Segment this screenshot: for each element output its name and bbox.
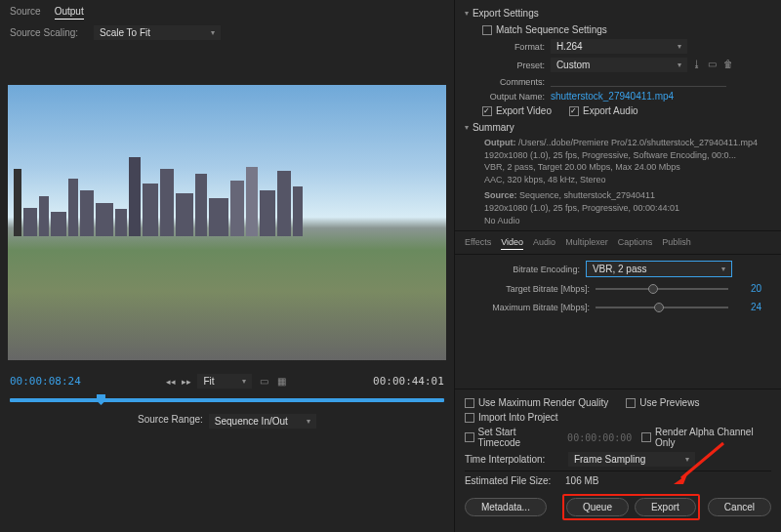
render-alpha-label: Render Alpha Channel Only xyxy=(655,427,771,448)
comments-input[interactable] xyxy=(551,76,726,87)
export-video-label: Export Video xyxy=(496,105,552,116)
subtab-publish[interactable]: Publish xyxy=(662,235,691,250)
match-sequence-label: Match Sequence Settings xyxy=(496,24,607,35)
checkbox-icon xyxy=(482,25,492,35)
checkbox-icon xyxy=(465,413,474,423)
annotation-highlight: Queue Export xyxy=(562,494,700,520)
current-timecode[interactable]: 00:00:08:24 xyxy=(10,375,81,388)
time-interp-value: Frame Sampling xyxy=(574,454,645,465)
preset-value: Custom xyxy=(556,60,590,70)
checkbox-icon xyxy=(465,398,474,408)
source-range-label: Source Range: xyxy=(138,414,203,429)
source-range-value: Sequence In/Out xyxy=(215,416,288,427)
source-scaling-value: Scale To Fit xyxy=(100,27,150,38)
format-dropdown[interactable]: H.264 ▾ xyxy=(551,39,687,54)
max-render-quality-checkbox[interactable]: Use Maximum Render Quality xyxy=(465,397,608,408)
import-preset-icon[interactable]: ▭ xyxy=(707,58,719,69)
max-bitrate-value[interactable]: 24 xyxy=(734,302,761,312)
slider-thumb[interactable] xyxy=(648,284,658,294)
export-settings-title: Export Settings xyxy=(473,8,539,19)
preset-label: Preset: xyxy=(465,61,545,70)
prev-frame-icon[interactable]: ◂◂ xyxy=(166,377,176,387)
queue-button[interactable]: Queue xyxy=(566,498,629,516)
max-bitrate-slider[interactable] xyxy=(596,307,728,308)
subtab-captions[interactable]: Captions xyxy=(618,235,653,250)
output-name-link[interactable]: shutterstock_27940411.mp4 xyxy=(551,91,674,102)
chevron-down-icon: ▾ xyxy=(211,28,215,37)
target-bitrate-value[interactable]: 20 xyxy=(734,283,761,294)
chevron-down-icon: ▾ xyxy=(465,123,469,132)
chevron-down-icon: ▾ xyxy=(678,61,681,69)
import-into-project-label: Import Into Project xyxy=(478,412,558,423)
source-range-dropdown[interactable]: Sequence In/Out ▾ xyxy=(209,414,316,429)
max-render-quality-label: Use Maximum Render Quality xyxy=(478,397,608,408)
export-audio-checkbox[interactable]: Export Audio xyxy=(569,105,638,116)
checkbox-icon xyxy=(641,432,651,442)
next-frame-icon[interactable]: ▸▸ xyxy=(182,377,191,387)
use-previews-label: Use Previews xyxy=(639,397,699,408)
export-settings-header[interactable]: ▾ Export Settings xyxy=(465,4,771,22)
save-preset-icon[interactable]: ⭳ xyxy=(691,58,703,69)
summary-title: Summary xyxy=(473,122,514,133)
import-into-project-checkbox[interactable]: Import Into Project xyxy=(465,412,558,423)
preset-dropdown[interactable]: Custom ▾ xyxy=(551,58,687,72)
checkbox-icon xyxy=(482,106,492,116)
source-scaling-dropdown[interactable]: Scale To Fit ▾ xyxy=(94,25,221,40)
duration-timecode: 00:00:44:01 xyxy=(373,375,444,388)
set-start-tc-label: Set Start Timecode xyxy=(478,427,558,448)
subtab-audio[interactable]: Audio xyxy=(533,235,555,250)
checkbox-icon xyxy=(626,398,636,408)
est-filesize-value: 106 MB xyxy=(565,475,598,486)
summary-source: Source: Sequence, shutterstock_27940411 … xyxy=(465,189,771,226)
match-sequence-checkbox[interactable]: Match Sequence Settings xyxy=(482,24,607,35)
subtab-effects[interactable]: Effects xyxy=(465,235,491,250)
cancel-button[interactable]: Cancel xyxy=(708,498,771,516)
bitrate-encoding-dropdown[interactable]: VBR, 2 pass ▾ xyxy=(586,261,732,277)
subtab-video[interactable]: Video xyxy=(501,235,523,250)
export-audio-label: Export Audio xyxy=(583,105,638,116)
target-bitrate-label: Target Bitrate [Mbps]: xyxy=(474,284,590,294)
start-timecode-value[interactable]: 00:00:00:00 xyxy=(567,432,632,443)
time-interp-dropdown[interactable]: Frame Sampling ▾ xyxy=(568,452,695,467)
safe-margins-icon[interactable]: ▦ xyxy=(275,376,287,388)
source-scaling-label: Source Scaling: xyxy=(10,27,88,38)
summary-header[interactable]: ▾ Summary xyxy=(465,118,771,137)
set-start-timecode-checkbox[interactable]: Set Start Timecode xyxy=(465,427,557,448)
subtab-multiplexer[interactable]: Multiplexer xyxy=(565,235,608,250)
chevron-down-icon: ▾ xyxy=(307,417,310,426)
chevron-down-icon: ▾ xyxy=(685,455,689,464)
chevron-down-icon: ▾ xyxy=(242,377,246,386)
format-value: H.264 xyxy=(556,41,583,52)
bitrate-encoding-label: Bitrate Encoding: xyxy=(465,265,580,274)
chevron-down-icon: ▾ xyxy=(678,42,681,51)
fit-label: Fit xyxy=(203,376,214,387)
tab-source[interactable]: Source xyxy=(10,4,41,20)
output-name-label: Output Name: xyxy=(465,92,545,102)
target-bitrate-slider[interactable] xyxy=(596,288,728,290)
metadata-button[interactable]: Metadata... xyxy=(465,498,547,516)
comments-label: Comments: xyxy=(465,77,545,87)
bitrate-encoding-value: VBR, 2 pass xyxy=(593,264,647,274)
use-previews-checkbox[interactable]: Use Previews xyxy=(626,397,699,408)
slider-thumb[interactable] xyxy=(654,303,664,312)
chevron-down-icon: ▾ xyxy=(465,9,469,18)
est-filesize-label: Estimated File Size: xyxy=(465,475,551,486)
timeline-scrubber[interactable] xyxy=(10,398,444,402)
aspect-ratio-icon[interactable]: ▭ xyxy=(258,376,269,388)
export-video-checkbox[interactable]: Export Video xyxy=(482,105,552,116)
checkbox-icon xyxy=(465,432,474,442)
format-label: Format: xyxy=(465,42,545,52)
chevron-down-icon: ▾ xyxy=(721,265,725,273)
render-alpha-checkbox[interactable]: Render Alpha Channel Only xyxy=(641,427,771,448)
checkbox-icon xyxy=(569,106,579,116)
max-bitrate-label: Maximum Bitrate [Mbps]: xyxy=(474,303,590,312)
playhead[interactable] xyxy=(97,394,105,405)
video-preview xyxy=(8,85,446,360)
tab-output[interactable]: Output xyxy=(55,4,84,20)
delete-preset-icon[interactable]: 🗑 xyxy=(722,58,734,69)
zoom-fit-dropdown[interactable]: Fit ▾ xyxy=(197,374,252,389)
summary-output: Output: /Users/..dobe/Premiere Pro/12.0/… xyxy=(465,137,771,185)
export-button[interactable]: Export xyxy=(635,498,696,516)
time-interp-label: Time Interpolation: xyxy=(465,454,562,465)
